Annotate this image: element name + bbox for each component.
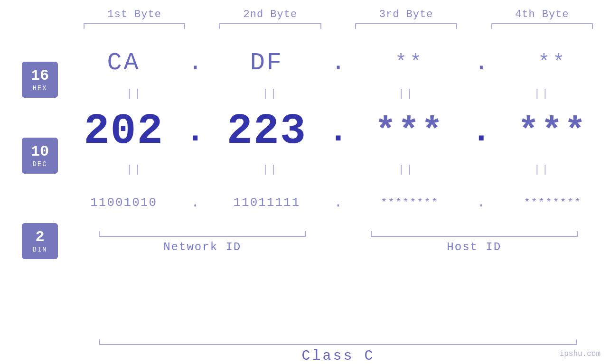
dec-star-4: *** bbox=[518, 112, 588, 152]
net-bracket bbox=[66, 231, 338, 237]
host-id-label: Host ID bbox=[338, 241, 610, 253]
bin-base-num: 2 bbox=[35, 229, 44, 245]
hex-dot-3: . bbox=[474, 49, 488, 77]
eq-5: || bbox=[66, 164, 202, 176]
bracket-line-4 bbox=[491, 23, 593, 29]
dec-dot-2: . bbox=[328, 113, 348, 150]
bottom-labels-row: Network ID Host ID bbox=[66, 241, 610, 253]
byte-header-2: 2nd Byte bbox=[202, 9, 338, 20]
dec-base-label: 10 DEC bbox=[22, 138, 58, 174]
hex-dot-2: . bbox=[331, 49, 346, 77]
eq-row-2: || || || || bbox=[66, 160, 610, 179]
dec-base-num: 10 bbox=[31, 143, 49, 160]
bin-base-name: BIN bbox=[32, 246, 47, 253]
dec-val-2: 223 bbox=[227, 107, 307, 156]
bracket-2 bbox=[202, 23, 338, 29]
eq-6: || bbox=[202, 164, 338, 176]
bottom-brackets-row bbox=[66, 231, 610, 237]
eq-3: || bbox=[338, 88, 474, 100]
byte-headers: 1st Byte 2nd Byte 3rd Byte 4th Byte bbox=[0, 9, 610, 20]
bin-cell-4: ******** bbox=[496, 197, 610, 209]
dec-base-name: DEC bbox=[32, 160, 47, 168]
bracket-3 bbox=[338, 23, 474, 29]
dec-cell-4: *** bbox=[496, 112, 610, 152]
class-label-row: Class C bbox=[0, 348, 610, 364]
eq-7: || bbox=[338, 164, 474, 176]
full-bracket-row bbox=[0, 339, 610, 345]
hex-sep-2: . bbox=[324, 49, 353, 77]
class-label: Class C bbox=[301, 348, 375, 364]
dec-cell-1: 202 bbox=[66, 107, 181, 156]
hex-val-1: CA bbox=[107, 49, 140, 77]
page: 1st Byte 2nd Byte 3rd Byte 4th Byte 16 H… bbox=[0, 0, 610, 364]
bin-star-4: ******** bbox=[524, 197, 582, 209]
dec-sep-2: . bbox=[324, 113, 353, 150]
bin-cell-3: ******** bbox=[353, 197, 467, 209]
bin-cell-2: 11011111 bbox=[209, 196, 324, 210]
dec-dot-1: . bbox=[185, 113, 205, 150]
dec-dot-3: . bbox=[471, 113, 491, 150]
eq-1: || bbox=[66, 88, 202, 100]
bin-sep-1: . bbox=[181, 195, 209, 211]
hex-dot-1: . bbox=[188, 49, 203, 77]
bin-dot-3: . bbox=[477, 195, 486, 211]
bin-sep-3: . bbox=[467, 195, 496, 211]
hex-star-3: ** bbox=[395, 51, 424, 74]
eq-4: || bbox=[474, 88, 610, 100]
hex-sep-1: . bbox=[181, 49, 209, 77]
bracket-line-2 bbox=[219, 23, 321, 29]
hex-star-4: ** bbox=[538, 51, 567, 74]
bin-base-label: 2 BIN bbox=[22, 223, 58, 259]
network-id-label: Network ID bbox=[66, 241, 338, 253]
bracket-4 bbox=[474, 23, 610, 29]
bin-dot-2: . bbox=[334, 195, 342, 211]
top-bracket-row bbox=[0, 23, 610, 29]
hex-cell-1: CA bbox=[66, 49, 181, 77]
byte-header-1: 1st Byte bbox=[66, 9, 202, 20]
hex-cell-3: ** bbox=[353, 51, 467, 74]
dec-row: 202 . 223 . *** . *** bbox=[66, 103, 610, 160]
hex-val-2: DF bbox=[250, 49, 283, 77]
bracket-line-3 bbox=[355, 23, 457, 29]
full-bracket-line bbox=[99, 339, 578, 345]
eq-2: || bbox=[202, 88, 338, 100]
host-bracket bbox=[338, 231, 610, 237]
dec-star-3: *** bbox=[375, 112, 445, 152]
dec-cell-3: *** bbox=[353, 112, 467, 152]
hex-cell-4: ** bbox=[496, 51, 610, 74]
bin-row: 11001010 . 11011111 . ******** . *******… bbox=[66, 179, 610, 226]
bin-cell-1: 11001010 bbox=[66, 196, 181, 210]
byte-header-3: 3rd Byte bbox=[338, 9, 474, 20]
dec-val-1: 202 bbox=[84, 107, 164, 156]
bin-val-1: 11001010 bbox=[90, 196, 157, 210]
hex-row: CA . DF . ** . ** bbox=[66, 41, 610, 84]
eq-row-1: || || || || bbox=[66, 84, 610, 103]
watermark: ipshu.com bbox=[560, 350, 601, 358]
bracket-line-1 bbox=[84, 23, 186, 29]
bin-star-3: ******** bbox=[381, 197, 439, 209]
hex-cell-2: DF bbox=[209, 49, 324, 77]
bracket-1 bbox=[66, 23, 202, 29]
hex-sep-3: . bbox=[467, 49, 496, 77]
bin-dot-1: . bbox=[191, 195, 199, 211]
bin-sep-2: . bbox=[324, 195, 353, 211]
byte-header-4: 4th Byte bbox=[474, 9, 610, 20]
dec-cell-2: 223 bbox=[209, 107, 324, 156]
content-area: CA . DF . ** . ** || || || bbox=[0, 32, 610, 335]
bin-val-2: 11011111 bbox=[233, 196, 300, 210]
dec-sep-1: . bbox=[181, 113, 209, 150]
host-bracket-line bbox=[371, 231, 578, 237]
net-bracket-line bbox=[99, 231, 306, 237]
eq-8: || bbox=[474, 164, 610, 176]
dec-sep-3: . bbox=[467, 113, 496, 150]
